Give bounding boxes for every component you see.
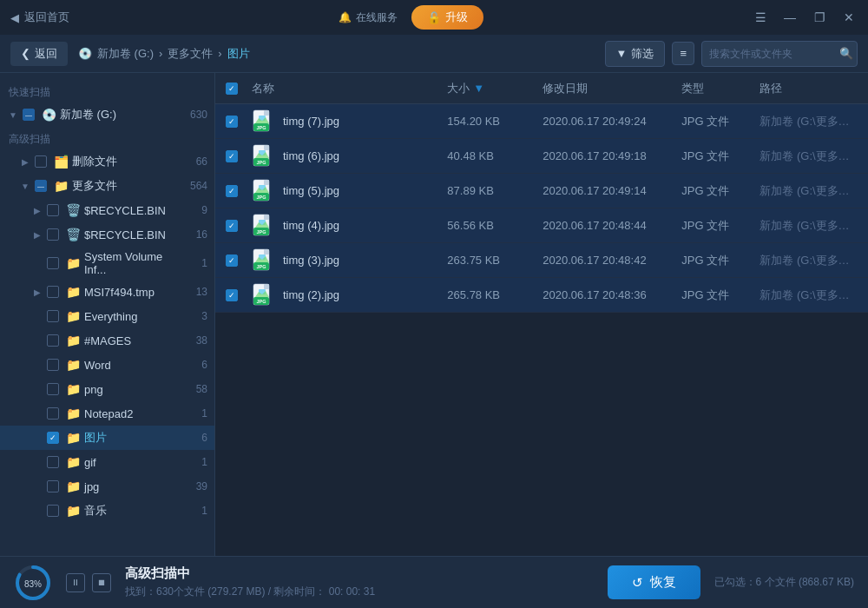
sidebar-item-mages[interactable]: 📁 #MAGES 38 <box>0 328 214 353</box>
recover-button[interactable]: ↺ 恢复 <box>608 565 700 599</box>
header-check: ✓ <box>226 83 252 95</box>
svg-text:JPG: JPG <box>256 125 266 130</box>
header-date[interactable]: 修改日期 <box>542 81 681 96</box>
file-type: JPG 文件 <box>681 149 760 164</box>
svg-rect-19 <box>264 215 269 220</box>
sidebar-item-png[interactable]: 📁 png 58 <box>0 377 214 401</box>
images-label: 图片 <box>84 430 187 446</box>
sidebar-item-jpg[interactable]: 📁 jpg 39 <box>0 474 214 499</box>
table-row[interactable]: JPG timg (5).jpg 87.89 KB 2020.06.17 20:… <box>215 174 868 208</box>
sidebar-item-music[interactable]: 📁 音乐 1 <box>0 499 214 523</box>
row-checkbox[interactable] <box>226 150 238 162</box>
search-icon[interactable]: 🔍 <box>839 47 853 60</box>
sidebar-item-sysvolume[interactable]: 📁 System Volume Inf... 1 <box>0 247 214 280</box>
table-row[interactable]: JPG timg (3).jpg 263.75 KB 2020.06.17 20… <box>215 243 868 278</box>
selection-info: 已勾选：6 个文件 (868.67 KB) <box>714 575 854 590</box>
recycle2-label: $RECYCLE.BIN <box>84 228 187 241</box>
sidebar-item-recycle1[interactable]: ▶ 🗑️ $RECYCLE.BIN 9 <box>0 198 214 222</box>
root-count: 630 <box>187 109 207 121</box>
back-home-label: 返回首页 <box>24 10 69 25</box>
file-date: 2020.06.17 20:49:18 <box>542 149 681 162</box>
folder-icon: 📁 <box>66 256 81 270</box>
table-row[interactable]: JPG timg (2).jpg 265.78 KB 2020.06.17 20… <box>215 278 868 313</box>
file-type: JPG 文件 <box>681 218 760 234</box>
header-type[interactable]: 类型 <box>681 81 760 96</box>
search-box: 🔍 <box>701 41 858 67</box>
filter-button[interactable]: ▼ 筛选 <box>605 41 666 67</box>
view-toggle-button[interactable]: ≡ <box>672 42 694 65</box>
root-checkbox[interactable] <box>23 109 35 121</box>
png-label: png <box>84 383 187 396</box>
expand-icon: ▶ <box>31 287 43 297</box>
breadcrumb-drive[interactable]: 新加卷 (G:) <box>97 46 154 62</box>
msi7f-checkbox[interactable] <box>47 286 59 298</box>
everything-checkbox[interactable] <box>47 310 59 322</box>
file-size: 265.78 KB <box>447 288 542 301</box>
row-checkbox[interactable] <box>226 289 238 301</box>
sidebar-item-notepad2[interactable]: 📁 Notepad2 1 <box>0 401 214 426</box>
row-checkbox[interactable] <box>226 116 238 128</box>
search-input[interactable] <box>709 48 839 60</box>
back-button[interactable]: ❮ 返回 <box>10 42 68 66</box>
sidebar-item-root[interactable]: ▼ 💿 新加卷 (G:) 630 <box>0 102 214 127</box>
word-count: 6 <box>187 359 207 371</box>
sidebar-item-msi7f[interactable]: ▶ 📁 MSI7f494.tmp 13 <box>0 280 214 304</box>
recycle2-count: 16 <box>187 228 207 241</box>
file-path: 新加卷 (G:\更多文件... <box>760 218 858 234</box>
folder-icon: 📁 <box>66 504 81 518</box>
pause-button[interactable]: ⏸ <box>66 573 85 592</box>
restore-button[interactable]: ❐ <box>811 10 828 24</box>
table-row[interactable]: JPG timg (7).jpg 154.20 KB 2020.06.17 20… <box>215 104 868 139</box>
close-button[interactable]: ✕ <box>840 10 858 24</box>
sidebar-item-recycle2[interactable]: ▶ 🗑️ $RECYCLE.BIN 16 <box>0 222 214 247</box>
online-service[interactable]: 🔔 在线服务 <box>339 10 398 25</box>
row-checkbox[interactable] <box>226 185 238 197</box>
sidebar-item-everything[interactable]: 📁 Everything 3 <box>0 304 214 328</box>
svg-rect-7 <box>264 145 269 150</box>
music-checkbox[interactable] <box>47 505 59 517</box>
sidebar-item-images[interactable]: 📁 图片 6 <box>0 426 214 450</box>
upgrade-label: 升级 <box>445 10 468 25</box>
sysvolume-checkbox[interactable] <box>47 257 59 269</box>
sidebar-item-word[interactable]: 📁 Word 6 <box>0 353 214 377</box>
header-path[interactable]: 路径 <box>760 81 858 96</box>
jpg-checkbox[interactable] <box>47 480 59 492</box>
jpg-file-icon: JPG <box>252 109 276 134</box>
jpg-file-icon: JPG <box>252 248 276 273</box>
jpg-file-icon: JPG <box>252 144 276 169</box>
minimize-button[interactable]: — <box>781 10 799 24</box>
file-date: 2020.06.17 20:49:14 <box>542 184 681 197</box>
msi7f-count: 13 <box>187 286 207 298</box>
file-table-body: JPG timg (7).jpg 154.20 KB 2020.06.17 20… <box>215 104 868 556</box>
sysvolume-count: 1 <box>187 257 207 269</box>
file-date: 2020.06.17 20:49:24 <box>542 115 681 128</box>
word-checkbox[interactable] <box>47 359 59 371</box>
notepad2-checkbox[interactable] <box>47 407 59 420</box>
sidebar-item-deleted[interactable]: ▶ 🗂️ 删除文件 66 <box>0 149 214 174</box>
row-checkbox[interactable] <box>226 220 238 232</box>
online-service-label: 在线服务 <box>356 10 398 25</box>
png-count: 58 <box>187 383 207 395</box>
recycle1-checkbox[interactable] <box>47 204 59 216</box>
table-row[interactable]: JPG timg (4).jpg 56.56 KB 2020.06.17 20:… <box>215 208 868 243</box>
select-all-checkbox[interactable]: ✓ <box>226 83 238 95</box>
deleted-checkbox[interactable] <box>35 155 47 168</box>
stop-button[interactable]: ⏹ <box>92 573 111 592</box>
upgrade-button[interactable]: 🔓 升级 <box>411 5 483 30</box>
sidebar-item-gif[interactable]: 📁 gif 1 <box>0 450 214 474</box>
table-row[interactable]: JPG timg (6).jpg 40.48 KB 2020.06.17 20:… <box>215 139 868 174</box>
more-files-checkbox[interactable] <box>35 180 47 192</box>
sidebar-item-more-files[interactable]: ▼ 📁 更多文件 564 <box>0 174 214 198</box>
recycle2-checkbox[interactable] <box>47 228 59 241</box>
gif-checkbox[interactable] <box>47 456 59 468</box>
root-label: 新加卷 (G:) <box>60 107 187 122</box>
header-size[interactable]: 大小 ▼ <box>447 81 542 96</box>
file-path: 新加卷 (G:\更多文件... <box>760 183 858 199</box>
row-checkbox[interactable] <box>226 254 238 267</box>
back-home-btn[interactable]: ◀ 返回首页 <box>10 10 69 25</box>
images-checkbox[interactable] <box>47 432 59 444</box>
mages-checkbox[interactable] <box>47 334 59 347</box>
menu-icon[interactable]: ☰ <box>752 10 769 24</box>
breadcrumb-folder1[interactable]: 更多文件 <box>168 46 213 62</box>
png-checkbox[interactable] <box>47 383 59 395</box>
